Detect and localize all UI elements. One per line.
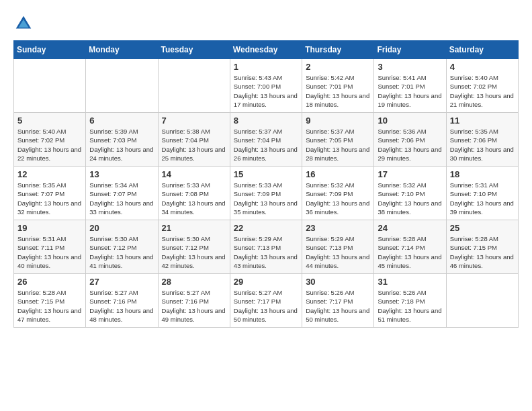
calendar-cell: 8 Sunrise: 5:37 AMSunset: 7:04 PMDayligh… [230,113,302,167]
calendar-cell: 4 Sunrise: 5:40 AMSunset: 7:02 PMDayligh… [446,59,518,113]
calendar-cell: 15 Sunrise: 5:33 AMSunset: 7:09 PMDaylig… [230,167,302,220]
day-info: Sunrise: 5:26 AMSunset: 7:17 PMDaylight:… [306,288,370,324]
day-info: Sunrise: 5:40 AMSunset: 7:02 PMDaylight:… [450,73,515,109]
calendar-cell: 24 Sunrise: 5:28 AMSunset: 7:14 PMDaylig… [374,220,446,274]
day-number: 28 [162,277,226,287]
calendar-cell [158,59,230,113]
day-info: Sunrise: 5:42 AMSunset: 7:01 PMDaylight:… [306,73,370,109]
calendar-cell: 3 Sunrise: 5:41 AMSunset: 7:01 PMDayligh… [374,59,446,113]
day-number: 7 [162,116,226,126]
calendar-cell: 25 Sunrise: 5:28 AMSunset: 7:15 PMDaylig… [446,220,518,274]
week-row-5: 26 Sunrise: 5:28 AMSunset: 7:15 PMDaylig… [14,274,519,328]
weekday-header-sunday: Sunday [14,41,86,59]
calendar-cell: 19 Sunrise: 5:31 AMSunset: 7:11 PMDaylig… [14,220,86,274]
day-info: Sunrise: 5:40 AMSunset: 7:02 PMDaylight:… [17,127,82,163]
day-info: Sunrise: 5:26 AMSunset: 7:18 PMDaylight:… [378,288,442,324]
calendar-cell: 11 Sunrise: 5:35 AMSunset: 7:06 PMDaylig… [446,113,518,167]
day-number: 29 [234,277,298,287]
weekday-header-thursday: Thursday [302,41,374,59]
day-info: Sunrise: 5:33 AMSunset: 7:08 PMDaylight:… [162,181,226,216]
day-number: 31 [378,277,442,287]
day-info: Sunrise: 5:28 AMSunset: 7:14 PMDaylight:… [378,234,442,270]
day-number: 8 [234,116,298,126]
calendar-cell: 23 Sunrise: 5:29 AMSunset: 7:13 PMDaylig… [302,220,374,274]
day-info: Sunrise: 5:28 AMSunset: 7:15 PMDaylight:… [17,288,82,324]
day-info: Sunrise: 5:37 AMSunset: 7:05 PMDaylight:… [306,127,370,163]
weekday-header-tuesday: Tuesday [158,41,230,59]
day-number: 26 [17,277,82,287]
day-info: Sunrise: 5:38 AMSunset: 7:04 PMDaylight:… [162,127,226,163]
calendar-cell: 28 Sunrise: 5:27 AMSunset: 7:16 PMDaylig… [158,274,230,328]
day-info: Sunrise: 5:32 AMSunset: 7:09 PMDaylight:… [306,181,370,216]
calendar-cell: 31 Sunrise: 5:26 AMSunset: 7:18 PMDaylig… [374,274,446,328]
page-header [13,13,519,34]
day-number: 22 [234,223,298,233]
calendar-cell: 30 Sunrise: 5:26 AMSunset: 7:17 PMDaylig… [302,274,374,328]
calendar-cell [14,59,86,113]
calendar-cell: 2 Sunrise: 5:42 AMSunset: 7:01 PMDayligh… [302,59,374,113]
day-info: Sunrise: 5:35 AMSunset: 7:07 PMDaylight:… [17,181,82,216]
day-info: Sunrise: 5:28 AMSunset: 7:15 PMDaylight:… [450,234,515,270]
day-info: Sunrise: 5:27 AMSunset: 7:17 PMDaylight:… [234,288,298,324]
day-number: 21 [162,223,226,233]
calendar-cell: 18 Sunrise: 5:31 AMSunset: 7:10 PMDaylig… [446,167,518,220]
calendar-cell: 7 Sunrise: 5:38 AMSunset: 7:04 PMDayligh… [158,113,230,167]
calendar-cell: 21 Sunrise: 5:30 AMSunset: 7:12 PMDaylig… [158,220,230,274]
day-number: 18 [450,169,515,179]
day-number: 10 [378,116,442,126]
day-number: 23 [306,223,370,233]
day-number: 30 [306,277,370,287]
day-number: 4 [450,62,515,72]
day-info: Sunrise: 5:33 AMSunset: 7:09 PMDaylight:… [234,181,298,216]
logo [13,13,36,34]
calendar-cell: 10 Sunrise: 5:36 AMSunset: 7:06 PMDaylig… [374,113,446,167]
calendar-cell: 9 Sunrise: 5:37 AMSunset: 7:05 PMDayligh… [302,113,374,167]
calendar-cell: 14 Sunrise: 5:33 AMSunset: 7:08 PMDaylig… [158,167,230,220]
day-number: 14 [162,169,226,179]
day-number: 12 [17,169,82,179]
day-info: Sunrise: 5:35 AMSunset: 7:06 PMDaylight:… [450,127,515,163]
day-info: Sunrise: 5:39 AMSunset: 7:03 PMDaylight:… [89,127,154,163]
logo-icon [13,13,34,34]
calendar-cell [446,274,518,328]
day-number: 5 [17,116,82,126]
calendar-cell: 5 Sunrise: 5:40 AMSunset: 7:02 PMDayligh… [14,113,86,167]
calendar-cell: 12 Sunrise: 5:35 AMSunset: 7:07 PMDaylig… [14,167,86,220]
calendar-cell: 20 Sunrise: 5:30 AMSunset: 7:12 PMDaylig… [86,220,158,274]
day-number: 13 [89,169,154,179]
weekday-header-friday: Friday [374,41,446,59]
day-info: Sunrise: 5:30 AMSunset: 7:12 PMDaylight:… [162,234,226,270]
day-info: Sunrise: 5:31 AMSunset: 7:11 PMDaylight:… [17,234,82,270]
day-info: Sunrise: 5:36 AMSunset: 7:06 PMDaylight:… [378,127,442,163]
calendar-cell: 29 Sunrise: 5:27 AMSunset: 7:17 PMDaylig… [230,274,302,328]
day-number: 6 [89,116,154,126]
day-info: Sunrise: 5:27 AMSunset: 7:16 PMDaylight:… [162,288,226,324]
weekday-header-saturday: Saturday [446,41,518,59]
day-info: Sunrise: 5:32 AMSunset: 7:10 PMDaylight:… [378,181,442,216]
day-number: 1 [234,62,298,72]
calendar-table: SundayMondayTuesdayWednesdayThursdayFrid… [13,40,519,328]
calendar-cell: 27 Sunrise: 5:27 AMSunset: 7:16 PMDaylig… [86,274,158,328]
day-info: Sunrise: 5:43 AMSunset: 7:00 PMDaylight:… [234,73,298,109]
day-info: Sunrise: 5:29 AMSunset: 7:13 PMDaylight:… [306,234,370,270]
day-number: 19 [17,223,82,233]
weekday-header-row: SundayMondayTuesdayWednesdayThursdayFrid… [14,41,519,59]
day-number: 3 [378,62,442,72]
day-info: Sunrise: 5:30 AMSunset: 7:12 PMDaylight:… [89,234,154,270]
calendar-cell: 6 Sunrise: 5:39 AMSunset: 7:03 PMDayligh… [86,113,158,167]
week-row-1: 1 Sunrise: 5:43 AMSunset: 7:00 PMDayligh… [14,59,519,113]
calendar-cell: 17 Sunrise: 5:32 AMSunset: 7:10 PMDaylig… [374,167,446,220]
day-number: 25 [450,223,515,233]
day-number: 20 [89,223,154,233]
day-info: Sunrise: 5:29 AMSunset: 7:13 PMDaylight:… [234,234,298,270]
day-info: Sunrise: 5:34 AMSunset: 7:07 PMDaylight:… [89,181,154,216]
week-row-4: 19 Sunrise: 5:31 AMSunset: 7:11 PMDaylig… [14,220,519,274]
day-number: 9 [306,116,370,126]
day-number: 17 [378,169,442,179]
calendar-cell [86,59,158,113]
week-row-3: 12 Sunrise: 5:35 AMSunset: 7:07 PMDaylig… [14,167,519,220]
day-number: 27 [89,277,154,287]
weekday-header-monday: Monday [86,41,158,59]
calendar-cell: 16 Sunrise: 5:32 AMSunset: 7:09 PMDaylig… [302,167,374,220]
weekday-header-wednesday: Wednesday [230,41,302,59]
